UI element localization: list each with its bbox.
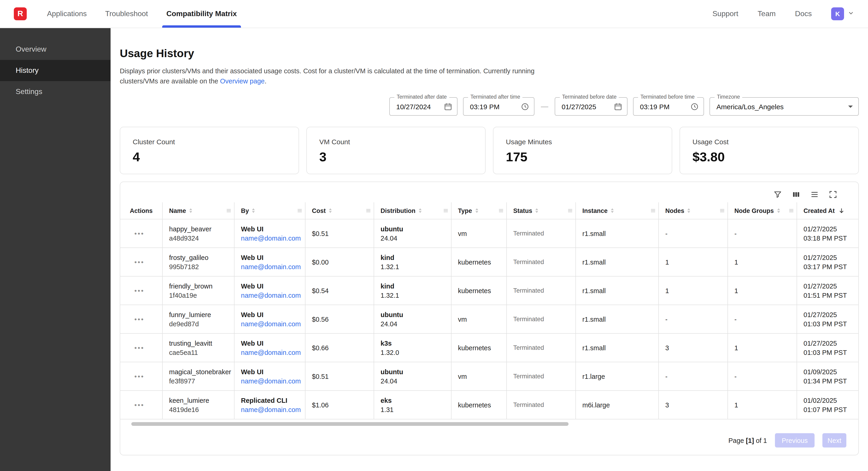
sort-icon[interactable] xyxy=(475,208,478,213)
previous-page-button[interactable]: Previous xyxy=(775,433,815,447)
distribution-version: 1.32.0 xyxy=(380,348,447,357)
creator-email-link[interactable]: name@domain.com xyxy=(241,291,301,300)
row-actions-button[interactable]: ••• xyxy=(131,371,147,382)
creator-email-link[interactable]: name@domain.com xyxy=(241,348,301,357)
column-menu-icon[interactable] xyxy=(650,208,656,214)
column-header-instance[interactable]: Instance xyxy=(576,202,659,219)
columns-icon[interactable] xyxy=(791,189,801,200)
distribution-name: kind xyxy=(380,253,447,262)
sort-icon[interactable] xyxy=(329,208,332,213)
timezone-select[interactable]: Timezone America/Los_Angeles xyxy=(710,97,859,116)
app: R Applications Troubleshoot Compatibilit… xyxy=(0,0,868,471)
creator-email-link[interactable]: name@domain.com xyxy=(241,262,301,271)
overview-page-link[interactable]: Overview page xyxy=(220,78,265,85)
column-menu-icon[interactable] xyxy=(788,208,794,214)
calendar-icon[interactable] xyxy=(444,102,453,111)
nav-item-applications[interactable]: Applications xyxy=(47,0,87,28)
filter-icon[interactable] xyxy=(773,189,783,200)
column-menu-icon[interactable] xyxy=(719,208,725,214)
sidebar-item-overview[interactable]: Overview xyxy=(0,39,111,60)
creator-email-link[interactable]: name@domain.com xyxy=(241,405,301,414)
created-date: 01/27/2025 xyxy=(804,224,855,233)
sort-icon[interactable] xyxy=(419,208,422,213)
column-menu-icon[interactable] xyxy=(567,208,573,214)
column-header-name[interactable]: Name xyxy=(163,202,235,219)
column-menu-icon[interactable] xyxy=(365,208,371,214)
column-header-type[interactable]: Type xyxy=(452,202,507,219)
node-groups-cell: 1 xyxy=(728,276,797,305)
nav-item-support[interactable]: Support xyxy=(713,0,738,28)
column-header-status[interactable]: Status xyxy=(507,202,576,219)
column-menu-icon[interactable] xyxy=(443,208,449,214)
column-header-distribution[interactable]: Distribution xyxy=(374,202,452,219)
density-icon[interactable] xyxy=(809,189,819,200)
terminated-after-date-input[interactable] xyxy=(390,102,444,110)
chevron-down-icon[interactable] xyxy=(847,9,855,19)
row-actions-button[interactable]: ••• xyxy=(131,285,147,296)
column-menu-icon[interactable] xyxy=(226,208,232,214)
scrollbar-thumb[interactable] xyxy=(131,422,568,426)
distribution-cell: kind 1.32.1 xyxy=(374,276,452,305)
status-cell: Terminated xyxy=(507,362,576,390)
nodes-cell: 3 xyxy=(659,334,728,362)
row-actions-button[interactable]: ••• xyxy=(131,228,147,239)
created-at-cell: 01/27/2025 01:03 PM PST xyxy=(797,334,858,362)
creator-email-link[interactable]: name@domain.com xyxy=(241,233,301,243)
column-header-created-at[interactable]: Created At xyxy=(797,202,858,219)
table-toolbar xyxy=(120,182,858,202)
column-menu-icon[interactable] xyxy=(498,208,504,214)
select-arrow-icon[interactable] xyxy=(848,105,853,108)
nav-item-compatibility-matrix[interactable]: Compatibility Matrix xyxy=(166,0,237,28)
column-header-by[interactable]: By xyxy=(235,202,306,219)
creator-email-link[interactable]: name@domain.com xyxy=(241,376,301,385)
avatar[interactable]: K xyxy=(831,7,844,20)
status-cell: Terminated xyxy=(507,248,576,276)
distribution-name: ubuntu xyxy=(380,224,447,233)
type-cell: vm xyxy=(452,362,507,390)
row-actions-button[interactable]: ••• xyxy=(131,399,147,411)
sort-icon[interactable] xyxy=(189,208,192,213)
sort-icon[interactable] xyxy=(777,208,780,213)
row-actions-button[interactable]: ••• xyxy=(131,256,147,268)
by-cell: Web UI name@domain.com xyxy=(235,305,306,333)
terminated-before-time-input[interactable] xyxy=(633,102,690,110)
clock-icon[interactable] xyxy=(521,102,529,111)
sidebar-item-settings[interactable]: Settings xyxy=(0,81,111,102)
terminated-after-time-input[interactable] xyxy=(464,102,521,110)
sort-icon[interactable] xyxy=(252,208,255,213)
description-line2: clusters/VMs are available on the xyxy=(120,78,220,85)
stat-value: $3.80 xyxy=(692,150,846,165)
instance-cell: r1.small xyxy=(576,305,659,333)
clock-icon[interactable] xyxy=(690,102,699,111)
column-header-cost[interactable]: Cost xyxy=(306,202,374,219)
creator-email-link[interactable]: name@domain.com xyxy=(241,319,301,328)
fullscreen-icon[interactable] xyxy=(828,189,838,200)
stat-card-usage-cost: Usage Cost $3.80 xyxy=(680,127,859,174)
distribution-name: k3s xyxy=(380,338,447,348)
terminated-before-date-field[interactable]: Terminated before date xyxy=(555,97,627,116)
sort-icon[interactable] xyxy=(535,208,538,213)
table-row: ••• keen_lumiere 4819de16 Replicated CLI… xyxy=(120,390,858,419)
account-menu[interactable]: K xyxy=(831,7,855,20)
nav-item-team[interactable]: Team xyxy=(758,0,776,28)
distribution-cell: ubuntu 24.04 xyxy=(374,305,452,333)
column-header-nodes[interactable]: Nodes xyxy=(659,202,728,219)
row-actions-button[interactable]: ••• xyxy=(131,342,147,353)
column-menu-icon[interactable] xyxy=(297,208,303,214)
sort-icon[interactable] xyxy=(688,208,690,213)
terminated-before-time-field[interactable]: Terminated before time xyxy=(633,97,704,116)
status-cell: Terminated xyxy=(507,219,576,247)
replicated-logo[interactable]: R xyxy=(14,7,27,20)
terminated-before-date-input[interactable] xyxy=(555,102,614,110)
row-actions-button[interactable]: ••• xyxy=(131,314,147,325)
sort-desc-icon[interactable] xyxy=(838,207,845,214)
calendar-icon[interactable] xyxy=(614,102,622,111)
nav-item-troubleshoot[interactable]: Troubleshoot xyxy=(105,0,148,28)
sidebar-item-history[interactable]: History xyxy=(0,60,111,81)
next-page-button[interactable]: Next xyxy=(823,433,846,447)
column-header-node-groups[interactable]: Node Groups xyxy=(728,202,797,219)
sort-icon[interactable] xyxy=(611,208,614,213)
nav-item-docs[interactable]: Docs xyxy=(795,0,812,28)
terminated-after-time-field[interactable]: Terminated after time xyxy=(463,97,534,116)
terminated-after-date-field[interactable]: Terminated after date xyxy=(389,97,458,116)
